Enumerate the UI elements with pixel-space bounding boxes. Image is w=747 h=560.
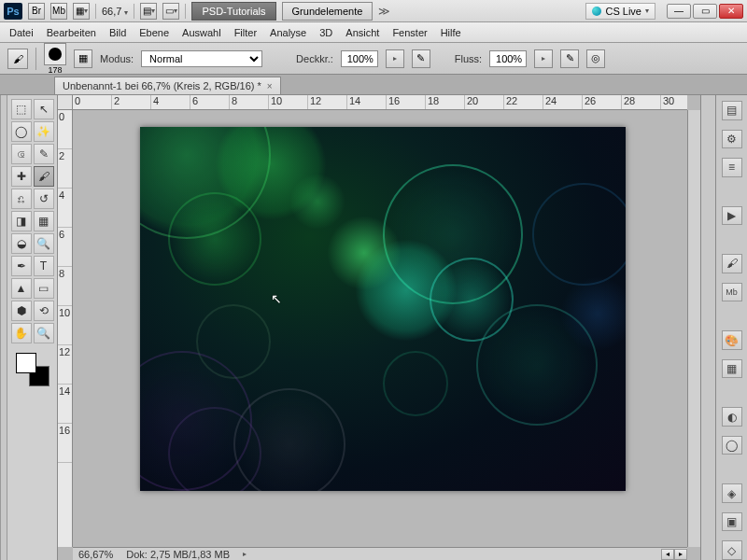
document-canvas[interactable] <box>140 127 626 491</box>
menu-3d[interactable]: 3D <box>319 27 332 38</box>
actions-panel-icon[interactable]: ⚙ <box>722 130 742 149</box>
photoshop-icon: Ps <box>4 3 22 20</box>
gradient-tool[interactable]: ▦ <box>34 211 54 231</box>
mode-label: Modus: <box>100 53 134 64</box>
options-bar: 🖌 178 ▦ Modus: Normal Deckkr.: ▸ ✎ Fluss… <box>0 43 747 75</box>
maximize-button[interactable]: ▭ <box>693 4 717 19</box>
cslive-icon <box>592 7 601 16</box>
flow-label: Fluss: <box>455 53 482 64</box>
close-icon[interactable]: × <box>267 81 273 91</box>
opacity-flyout[interactable]: ▸ <box>386 49 404 68</box>
blur-tool[interactable]: ◒ <box>11 233 32 254</box>
flow-input[interactable] <box>489 50 527 67</box>
menu-auswahl[interactable]: Auswahl <box>182 27 221 38</box>
minimize-button[interactable]: — <box>667 4 691 19</box>
airbrush-toggle[interactable]: ✎ <box>560 49 579 68</box>
3d-camera-tool[interactable]: ⟲ <box>34 301 54 321</box>
menu-ebene[interactable]: Ebene <box>139 27 169 38</box>
menu-analyse[interactable]: Analyse <box>270 27 306 38</box>
healing-tool[interactable]: ✚ <box>11 166 32 187</box>
properties-panel-icon[interactable]: ≡ <box>722 158 742 177</box>
shape-tool[interactable]: ▭ <box>34 278 54 299</box>
eraser-tool[interactable]: ◨ <box>11 211 32 231</box>
opacity-input[interactable] <box>341 50 378 67</box>
right-panel-collapse-bar[interactable] <box>700 95 715 560</box>
ruler-vertical[interactable]: 0246810121416 <box>58 110 73 547</box>
brush-tool[interactable]: 🖌 <box>34 166 54 187</box>
workspace-tab[interactable]: Grundelemente <box>282 2 374 21</box>
marquee-tool[interactable]: ↖ <box>34 99 54 119</box>
zoom-tool[interactable]: 🔍 <box>34 323 54 343</box>
layers-panel-icon[interactable]: ◈ <box>722 483 742 503</box>
brush-panel-icon[interactable]: ▶ <box>722 206 742 226</box>
zoom-level[interactable]: 66,7 ▾ <box>102 6 128 17</box>
more-workspaces[interactable]: ≫ <box>378 5 390 18</box>
opacity-pressure-toggle[interactable]: ✎ <box>412 49 430 68</box>
color-swatches[interactable] <box>16 353 49 386</box>
menu-fenster[interactable]: Fenster <box>392 27 427 38</box>
brush-panel-toggle[interactable]: ▦ <box>74 49 92 68</box>
document-tab[interactable]: Unbenannt-1 bei 66,7% (Kreis 2, RGB/16) … <box>54 77 281 94</box>
mode-select[interactable]: Normal <box>141 50 262 67</box>
view-extras-button[interactable]: ▦▾ <box>73 3 90 20</box>
type-tool[interactable]: T <box>34 256 54 276</box>
ruler-origin[interactable] <box>58 95 73 110</box>
masks-panel-icon[interactable]: ◯ <box>722 436 742 455</box>
channels-panel-icon[interactable]: ▣ <box>722 512 742 532</box>
dodge-tool[interactable]: 🔍 <box>34 233 54 254</box>
scrollbar-vertical[interactable] <box>687 110 700 547</box>
brush-preset-picker[interactable]: 178 <box>44 43 66 75</box>
tool-preset-picker[interactable]: 🖌 <box>7 49 28 69</box>
screenmode-button[interactable]: ▭▾ <box>162 3 179 20</box>
menu-datei[interactable]: Datei <box>9 27 34 38</box>
cslive-button[interactable]: CS Live ▾ <box>585 3 655 20</box>
history-panel-icon[interactable]: ▤ <box>722 101 742 120</box>
canvas-area: 024681012141618202224262830 024681012141… <box>58 95 700 560</box>
scroll-left-icon[interactable]: ◂ <box>661 549 674 560</box>
scroll-right-icon[interactable]: ▸ <box>674 549 687 560</box>
status-docsize[interactable]: Dok: 2,75 MB/1,83 MB <box>126 549 230 560</box>
ruler-horizontal[interactable]: 024681012141618202224262830 <box>73 95 687 110</box>
foreground-swatch[interactable] <box>16 353 36 373</box>
lasso-tool[interactable]: ◯ <box>11 121 32 142</box>
close-button[interactable]: ✕ <box>719 4 743 19</box>
history-brush-tool[interactable]: ↺ <box>34 189 54 209</box>
document-tab-bar: Unbenannt-1 bei 66,7% (Kreis 2, RGB/16) … <box>0 75 747 95</box>
size-pressure-toggle[interactable]: ◎ <box>586 49 605 68</box>
minibridge-button[interactable]: Mb <box>50 3 67 20</box>
menu-ansicht[interactable]: Ansicht <box>345 27 379 38</box>
paths-panel-icon[interactable]: ◇ <box>722 540 742 560</box>
menu-bar: Datei Bearbeiten Bild Ebene Auswahl Filt… <box>0 22 747 43</box>
separator <box>35 48 36 70</box>
wand-tool[interactable]: ✨ <box>34 121 54 142</box>
menu-hilfe[interactable]: Hilfe <box>441 27 461 38</box>
move-tool[interactable]: ⬚ <box>11 99 32 119</box>
adjustments-panel-icon[interactable]: ◐ <box>722 407 742 427</box>
scrollbar-horizontal[interactable]: 66,67% Dok: 2,75 MB/1,83 MB ▸ ◂ ▸ <box>73 547 687 560</box>
menu-bearbeiten[interactable]: Bearbeiten <box>47 27 96 38</box>
hand-tool[interactable]: ✋ <box>11 323 32 343</box>
status-zoom[interactable]: 66,67% <box>78 549 113 560</box>
left-panel-collapsed[interactable] <box>0 95 7 560</box>
menu-bild[interactable]: Bild <box>109 27 126 38</box>
path-select-tool[interactable]: ▲ <box>11 278 32 299</box>
crop-tool[interactable]: ⟃ <box>11 144 32 164</box>
document-tab-title: Unbenannt-1 bei 66,7% (Kreis 2, RGB/16) … <box>63 80 261 91</box>
stamp-tool[interactable]: ⎌ <box>11 189 32 209</box>
swatches-panel-icon[interactable]: ▦ <box>722 359 742 379</box>
workspace-tab-active[interactable]: PSD-Tutorials <box>191 2 275 21</box>
menu-filter[interactable]: Filter <box>234 27 257 38</box>
pen-tool[interactable]: ✒ <box>11 256 32 276</box>
3d-tool[interactable]: ⬢ <box>11 301 32 321</box>
status-flyout[interactable]: ▸ <box>243 550 247 558</box>
separator <box>134 4 134 19</box>
separator <box>95 4 96 19</box>
color-panel-icon[interactable]: 🎨 <box>722 330 742 350</box>
title-bar: Ps Br Mb ▦▾ 66,7 ▾ ▤▾ ▭▾ PSD-Tutorials G… <box>0 0 747 22</box>
arrange-button[interactable]: ▤▾ <box>140 3 157 20</box>
flow-flyout[interactable]: ▸ <box>534 49 553 68</box>
brushpresets-panel-icon[interactable]: 🖌 <box>722 254 742 273</box>
eyedropper-tool[interactable]: ✎ <box>34 144 54 164</box>
minibridge-panel-icon[interactable]: Mb <box>722 283 742 302</box>
bridge-button[interactable]: Br <box>28 3 45 20</box>
